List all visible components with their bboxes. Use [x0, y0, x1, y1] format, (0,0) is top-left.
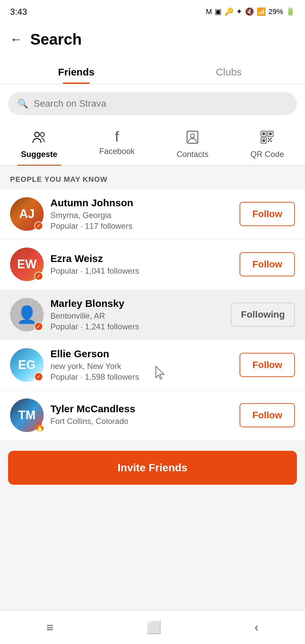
person-name: Marley Blonsky — [50, 298, 224, 309]
search-input[interactable] — [34, 98, 288, 109]
person-location: Bentonville, AR — [50, 311, 224, 321]
search-section: 🔍 — [0, 84, 305, 123]
back-button[interactable]: ← — [10, 33, 22, 45]
avatar-wrap-ezra: EW ✓ — [10, 248, 44, 281]
wifi-icon: 📶 — [257, 7, 266, 16]
flame-icon: 🔥 — [34, 422, 45, 432]
person-info-autumn: Autumn Johnson Smyrna, Georgia Popular ·… — [50, 197, 233, 231]
section-label: PEOPLE YOU MAY KNOW — [0, 166, 305, 189]
svg-rect-9 — [262, 139, 265, 142]
subtab-facebook[interactable]: f Facebook — [96, 130, 138, 165]
list-item: TM 🔥 Tyler McCandless Fort Collins, Colo… — [0, 390, 305, 440]
nav-home-icon[interactable]: ⬜ — [146, 621, 162, 635]
avatar-wrap-tyler: TM 🔥 — [10, 398, 44, 432]
person-stats: Popular · 117 followers — [50, 221, 233, 231]
list-item: EW ✓ Ezra Weisz Popular · 1,041 follower… — [0, 239, 305, 289]
header: ← Search — [0, 23, 305, 58]
person-location: Smyrna, Georgia — [50, 211, 233, 220]
status-time: 3:43 — [10, 7, 27, 17]
person-list: AJ ✓ Autumn Johnson Smyrna, Georgia Popu… — [0, 189, 305, 440]
subtab-qrcode[interactable]: QR Code — [247, 130, 287, 165]
verified-badge: ✓ — [34, 322, 43, 331]
subtab-facebook-label: Facebook — [99, 147, 134, 156]
key-icon: 🔑 — [224, 7, 233, 16]
search-icon: 🔍 — [17, 99, 28, 109]
person-stats: Popular · 1,241 followers — [50, 322, 224, 331]
person-location: Fort Collins, Colorado — [50, 417, 233, 426]
verified-badge: ✓ — [34, 272, 43, 280]
tab-friends[interactable]: Friends — [0, 58, 152, 84]
battery-icon: 🔋 — [286, 7, 295, 16]
svg-point-1 — [40, 132, 44, 137]
person-info-ezra: Ezra Weisz Popular · 1,041 followers — [50, 253, 233, 276]
battery-text: 29% — [268, 7, 283, 16]
svg-point-0 — [35, 132, 39, 137]
person-name: Ellie Gerson — [50, 348, 233, 360]
bottom-spacer — [0, 498, 305, 532]
svg-rect-14 — [269, 139, 270, 141]
qrcode-icon — [260, 130, 274, 147]
svg-rect-10 — [268, 138, 269, 139]
status-icons: M ▣ 🔑 ✦ 🔇 📶 29% 🔋 — [206, 7, 295, 16]
person-placeholder-icon: 👤 — [16, 305, 37, 324]
person-info-marley: Marley Blonsky Bentonville, AR Popular ·… — [50, 298, 224, 331]
person-name: Tyler McCandless — [50, 403, 233, 415]
subtab-contacts[interactable]: Contacts — [173, 130, 212, 165]
person-name: Autumn Johnson — [50, 197, 233, 209]
svg-rect-7 — [269, 132, 272, 135]
nav-back-icon[interactable]: ‹ — [255, 621, 259, 635]
subtab-qrcode-label: QR Code — [250, 150, 284, 159]
list-item: EG ✓ Ellie Gerson new york, New York Pop… — [0, 340, 305, 390]
invite-friends-button[interactable]: Invite Friends — [8, 451, 297, 485]
search-bar: 🔍 — [8, 92, 297, 115]
person-name: Ezra Weisz — [50, 253, 233, 264]
verified-badge: ✓ — [34, 221, 43, 230]
follow-button-autumn[interactable]: Follow — [239, 202, 295, 226]
status-bar: 3:43 M ▣ 🔑 ✦ 🔇 📶 29% 🔋 — [0, 0, 305, 23]
subtab-contacts-label: Contacts — [177, 150, 209, 159]
verified-badge: ✓ — [34, 372, 43, 381]
volume-icon: 🔇 — [245, 7, 254, 16]
people-icon — [32, 130, 46, 147]
avatar-wrap-ellie: EG ✓ — [10, 348, 44, 382]
bluetooth-icon: ✦ — [236, 7, 242, 16]
contacts-icon — [185, 130, 200, 147]
list-item: 👤 ✓ Marley Blonsky Bentonville, AR Popul… — [0, 290, 305, 339]
svg-rect-5 — [262, 132, 265, 135]
person-info-tyler: Tyler McCandless Fort Collins, Colorado — [50, 403, 233, 427]
follow-button-ezra[interactable]: Follow — [239, 252, 295, 276]
svg-rect-12 — [268, 141, 269, 142]
follow-button-tyler[interactable]: Follow — [239, 403, 295, 427]
tab-clubs[interactable]: Clubs — [152, 58, 305, 84]
bottom-nav: ≡ ⬜ ‹ — [0, 610, 305, 644]
avatar-wrap-autumn: AJ ✓ — [10, 197, 44, 231]
subtab-suggested[interactable]: Suggeste — [17, 130, 60, 165]
avatar-wrap-marley: 👤 ✓ — [10, 298, 44, 331]
svg-rect-11 — [270, 138, 272, 139]
person-info-ellie: Ellie Gerson new york, New York Popular … — [50, 348, 233, 382]
follow-button-ellie[interactable]: Follow — [239, 353, 295, 377]
subtab-suggested-label: Suggeste — [21, 150, 57, 159]
nav-menu-icon[interactable]: ≡ — [46, 621, 53, 635]
main-tabs: Friends Clubs — [0, 58, 305, 84]
person-stats: Popular · 1,041 followers — [50, 266, 233, 276]
svg-rect-13 — [270, 141, 272, 142]
sub-tabs: Suggeste f Facebook Contacts — [0, 123, 305, 166]
svg-point-3 — [190, 134, 194, 138]
person-stats: Popular · 1,598 followers — [50, 372, 233, 382]
invite-section: Invite Friends — [0, 441, 305, 498]
page-title: Search — [30, 30, 82, 48]
following-button-marley[interactable]: Following — [231, 303, 295, 327]
list-item: AJ ✓ Autumn Johnson Smyrna, Georgia Popu… — [0, 189, 305, 239]
gmail-icon: M — [206, 7, 212, 16]
video-icon: ▣ — [215, 7, 222, 16]
person-location: new york, New York — [50, 362, 233, 371]
facebook-icon: f — [115, 130, 119, 144]
